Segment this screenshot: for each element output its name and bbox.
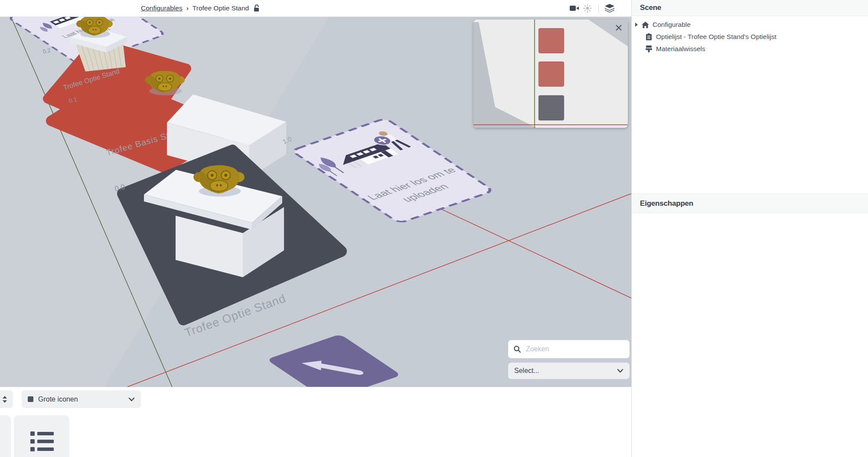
breadcrumb-current: Trofee Optie Stand (193, 4, 249, 12)
topbar-tools (568, 0, 616, 16)
tree-item-configurable[interactable]: Configurable (635, 19, 691, 31)
view-mode-value: Grote iconen (38, 395, 124, 403)
close-icon (615, 24, 623, 32)
search-input[interactable] (525, 345, 624, 353)
brightness-button[interactable] (581, 0, 594, 16)
asset-card-partial[interactable] (0, 415, 11, 457)
list-icon (27, 428, 56, 455)
chevron-down-icon (617, 369, 623, 373)
swatch-red-1[interactable] (538, 28, 564, 53)
swatch-red-2[interactable] (538, 62, 564, 87)
tree-item-label: Materiaalwissels (656, 45, 705, 53)
scene-filter-select[interactable]: Select... (508, 363, 630, 379)
sidebar: Scene Configurable Optielijst (631, 0, 868, 457)
large-icons-glyph (28, 396, 33, 402)
layers-button[interactable] (603, 0, 616, 16)
topbar-divider (598, 3, 599, 13)
app-window: Laat hier los om te uploaden 0.2 Trofee … (0, 0, 868, 457)
breadcrumb: Configurables › Trofee Optie Stand (141, 0, 260, 16)
breadcrumb-link-configurables[interactable]: Configurables (141, 4, 183, 12)
panel-corner-wedge (473, 22, 536, 128)
tree-item-label: Optielijst - Trofee Optie Stand's Optiel… (656, 33, 777, 41)
sun-icon (583, 4, 592, 13)
scene-panel-header: Scene (632, 0, 868, 16)
asset-browser-panel: Grote iconen (0, 387, 631, 457)
home-icon (641, 22, 649, 28)
swatch-gray[interactable] (538, 95, 564, 120)
layers-icon (605, 4, 614, 13)
camera-view-button[interactable] (568, 0, 581, 16)
breadcrumb-separator: › (186, 4, 189, 12)
scene-search (508, 340, 630, 358)
tree-item-materialswaps[interactable]: Materiaalwissels (645, 43, 705, 55)
asset-card-optionlist[interactable] (14, 415, 69, 457)
filter-select-value: Select... (514, 367, 617, 375)
brush-icon (645, 45, 653, 52)
monkey-model-02[interactable] (76, 16, 113, 38)
sort-arrows-icon (2, 396, 7, 403)
view-mode-select[interactable]: Grote iconen (22, 390, 141, 408)
caret-right-icon[interactable] (635, 23, 638, 27)
unlock-icon[interactable] (253, 4, 260, 12)
chevron-down-icon (128, 397, 135, 402)
properties-panel-title: Eigenschappen (640, 199, 693, 208)
scene-panel-title: Scene (640, 3, 661, 12)
tree-item-label: Configurable (653, 21, 691, 29)
topbar: Configurables › Trofee Optie Stand (0, 0, 631, 17)
tree-item-optionlist[interactable]: Optielijst - Trofee Optie Stand's Optiel… (645, 31, 777, 43)
material-palette-panel (473, 19, 628, 128)
palette-close-button[interactable] (612, 21, 625, 34)
properties-panel-header: Eigenschappen (632, 194, 868, 213)
search-icon (513, 345, 521, 353)
video-camera-icon (570, 5, 579, 12)
clipboard-icon (645, 33, 653, 40)
sort-button[interactable] (0, 390, 13, 408)
